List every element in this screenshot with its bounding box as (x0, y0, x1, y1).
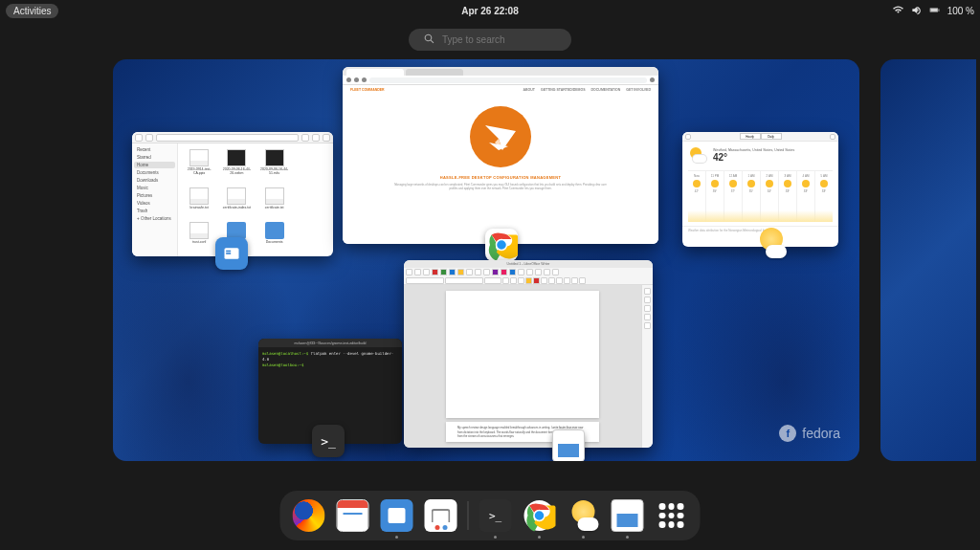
toolbar-button[interactable] (501, 269, 507, 275)
file-item[interactable]: 2020-09-06-16-44-26.webm (219, 149, 254, 182)
align-button[interactable] (541, 277, 547, 284)
dock-show-apps[interactable] (655, 498, 689, 533)
file-item[interactable]: brainsafe.txt (182, 187, 216, 216)
file-item[interactable]: 2019-0914-test-CA.pptx (182, 149, 216, 182)
align-button[interactable] (556, 277, 563, 284)
toolbar-button[interactable] (518, 269, 524, 275)
view-button[interactable] (312, 134, 320, 142)
file-item[interactable]: 2020-09-06-16-44-51.mkv (257, 149, 292, 182)
sidebar-pictures[interactable]: Pictures (134, 192, 175, 199)
back-icon[interactable] (346, 77, 351, 82)
svg-rect-2 (226, 251, 231, 253)
workspace-current[interactable]: Recent Starred Home Documents Downloads … (113, 59, 859, 461)
reload-icon[interactable] (362, 77, 367, 82)
toolbar-button[interactable] (509, 269, 516, 275)
style-combo[interactable] (406, 277, 444, 284)
window-chrome[interactable]: FLEET COMMANDER ABOUT GETTING STARTED/DE… (343, 67, 658, 244)
toolbar-button[interactable] (483, 269, 490, 275)
sidebar-music[interactable]: Music (134, 185, 175, 191)
search-bar[interactable] (409, 29, 571, 51)
nav-link[interactable]: GETTING STARTED/DEMOS (541, 88, 586, 92)
forward-icon[interactable] (354, 77, 359, 82)
sidebar-downloads[interactable]: Downloads (134, 177, 175, 184)
nav-link[interactable]: ABOUT (523, 88, 535, 92)
path-bar[interactable] (156, 134, 299, 142)
toolbar-button[interactable] (535, 269, 542, 275)
file-item[interactable]: certificate.txt (257, 187, 292, 216)
dock-terminal[interactable]: >_ (479, 498, 513, 533)
search-button[interactable] (301, 134, 309, 142)
file-item[interactable]: Documents (257, 222, 292, 251)
italic-button[interactable] (510, 277, 517, 284)
dock-calendar[interactable] (336, 498, 370, 533)
dock-files[interactable] (380, 498, 414, 533)
sidebar-recent[interactable]: Recent (134, 146, 175, 153)
toolbar-button[interactable] (432, 269, 438, 275)
browser-tab[interactable] (406, 69, 463, 76)
forward-button[interactable] (145, 134, 153, 142)
location-label[interactable]: Westford, Massachusetts, United States, … (713, 148, 794, 152)
writer-sidebar (641, 285, 653, 448)
tab-daily[interactable]: Daily (761, 133, 782, 140)
sidebar-button[interactable] (644, 297, 651, 303)
sidebar-documents[interactable]: Documents (134, 169, 175, 176)
sidebar-trash[interactable]: Trash (134, 208, 175, 214)
highlight-button[interactable] (525, 277, 532, 284)
menu-icon[interactable] (650, 77, 655, 82)
bold-button[interactable] (502, 277, 509, 284)
toolbar-button[interactable] (475, 269, 481, 275)
back-button[interactable] (135, 134, 143, 142)
page-area[interactable]: My speech review design language enabled… (404, 285, 641, 448)
places-button[interactable] (685, 134, 691, 140)
dock-firefox[interactable] (292, 498, 326, 533)
size-combo[interactable] (484, 277, 501, 284)
sidebar-home[interactable]: Home (134, 162, 175, 168)
sidebar-button[interactable] (644, 322, 651, 329)
file-item[interactable]: certificate-index.txt (219, 187, 254, 216)
toolbar-button[interactable] (492, 269, 499, 275)
toolbar-button[interactable] (466, 269, 473, 275)
file-item[interactable]: trust.conf (182, 222, 216, 251)
sidebar-starred[interactable]: Starred (134, 154, 175, 161)
menu-button[interactable] (323, 134, 330, 142)
font-combo[interactable] (445, 277, 483, 284)
toolbar-button[interactable] (526, 269, 533, 275)
terminal-content[interactable]: mclasen@localhost:~$ flatpak enter --dev… (258, 347, 402, 372)
toolbar-button[interactable] (414, 269, 421, 275)
dock-writer[interactable] (611, 498, 645, 533)
workspace-next[interactable] (880, 59, 976, 461)
toolbar-button[interactable] (457, 269, 464, 275)
browser-tab[interactable] (346, 69, 404, 76)
underline-button[interactable] (518, 277, 524, 284)
dock-weather[interactable] (567, 498, 601, 533)
search-input[interactable] (442, 34, 556, 45)
toolbar-button[interactable] (449, 269, 456, 275)
align-button[interactable] (564, 277, 570, 284)
toolbar-button[interactable] (440, 269, 447, 275)
nav-link[interactable]: DOCUMENTATION (591, 88, 621, 92)
menu-button[interactable] (830, 134, 835, 140)
sidebar-button[interactable] (644, 314, 651, 320)
window-writer[interactable]: Untitled 1 - LibreOffice Writer My speec… (404, 260, 653, 448)
clock[interactable]: Apr 26 22:08 (461, 6, 518, 16)
address-bar[interactable] (369, 77, 647, 83)
sidebar-button[interactable] (644, 288, 651, 295)
document-page[interactable] (446, 291, 599, 418)
list-button[interactable] (571, 277, 578, 284)
toolbar-button[interactable] (552, 269, 559, 275)
sidebar-button[interactable] (644, 305, 651, 312)
sidebar-other[interactable]: + Other Locations (134, 215, 175, 222)
nav-link[interactable]: GET INVOLVED (626, 88, 651, 92)
activities-button[interactable]: Activities (6, 4, 58, 18)
toolbar-button[interactable] (544, 269, 550, 275)
status-area[interactable]: 100 % (893, 5, 974, 17)
sidebar-videos[interactable]: Videos (134, 200, 175, 207)
tab-hourly[interactable]: Hourly (740, 133, 761, 140)
toolbar-button[interactable] (406, 269, 412, 275)
toolbar-button[interactable] (423, 269, 430, 275)
align-button[interactable] (548, 277, 555, 284)
list-button[interactable] (579, 277, 586, 284)
dock-software[interactable] (424, 498, 458, 533)
dock-chrome[interactable] (523, 498, 557, 533)
font-color-button[interactable] (533, 277, 540, 284)
